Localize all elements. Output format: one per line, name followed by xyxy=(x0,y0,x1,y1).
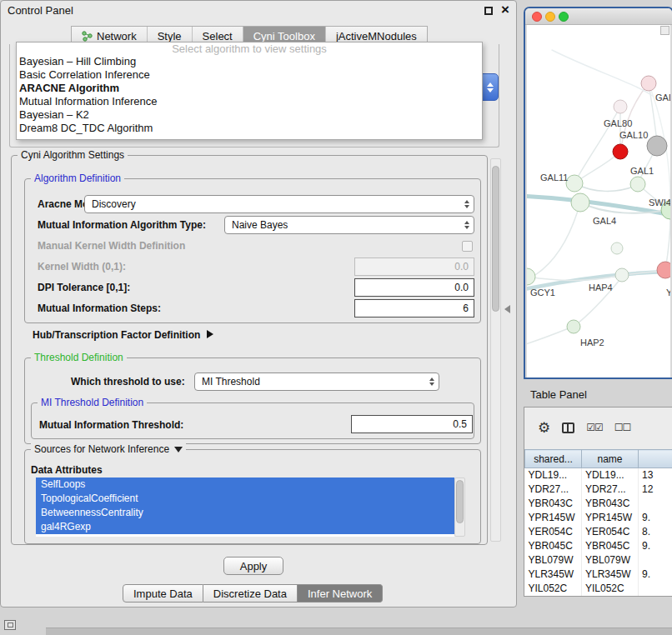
table-cell: YER054C xyxy=(525,525,582,539)
dropdown-item[interactable]: Basic Correlation Inference xyxy=(17,68,482,82)
chevron-updown-icon xyxy=(429,378,434,386)
table-row[interactable]: YBR043CYBR043C xyxy=(525,497,672,511)
table-row[interactable]: YIL052CYIL052C xyxy=(525,582,672,596)
table-cell xyxy=(639,497,672,511)
dropdown-item[interactable]: Bayesian – Hill Climbing xyxy=(17,55,482,68)
attribute-item[interactable]: SelfLoops xyxy=(36,478,454,492)
sources-toggle[interactable]: Sources for Network Inference xyxy=(31,443,186,455)
table-cell: YPR145W xyxy=(582,511,639,525)
network-node-label: GAL10 xyxy=(619,130,648,140)
tab-label: Network xyxy=(97,30,137,42)
network-edge[interactable] xyxy=(574,183,635,191)
table-row[interactable]: YBL079WYBL079W xyxy=(525,553,672,568)
tab-label: Cyni Toolbox xyxy=(253,30,315,42)
table-cell xyxy=(639,582,672,596)
network-node[interactable] xyxy=(566,175,583,192)
table-row[interactable]: YDL19...YDL19...13 xyxy=(525,468,672,482)
table-row[interactable]: YDR27...YDR27...12 xyxy=(525,482,672,497)
deselect-all-icon[interactable]: ☐☐ xyxy=(614,422,631,433)
manual-kernel-checkbox[interactable] xyxy=(462,241,473,252)
attribute-list-scrollbar[interactable] xyxy=(454,478,465,537)
dpi-tolerance-label: DPI Tolerance [0,1]: xyxy=(38,282,130,293)
network-node[interactable] xyxy=(613,144,628,159)
aracne-mode-combobox[interactable]: Discovery xyxy=(84,195,474,213)
attribute-item[interactable]: BetweennessCentrality xyxy=(36,506,454,520)
apply-button[interactable]: Apply xyxy=(223,557,283,575)
mi-threshold-field[interactable]: 0.5 xyxy=(351,415,473,433)
tab-discretize-data[interactable]: Discretize Data xyxy=(203,584,298,602)
table-cell: YBR043C xyxy=(582,497,639,511)
dpi-tolerance-field[interactable]: 0.0 xyxy=(354,278,474,297)
network-node-label: GAL1 xyxy=(630,166,654,176)
kernel-width-field[interactable]: 0.0 xyxy=(354,258,474,276)
dropdown-item[interactable]: Bayesian – K2 xyxy=(17,108,482,122)
network-view-window: GAL80GAL10GAL11GAL1SWI4GAL4GCY1HAP4HAP2G… xyxy=(524,7,672,379)
attribute-list: SelfLoops TopologicalCoefficient Between… xyxy=(36,478,454,537)
network-node[interactable] xyxy=(614,100,627,113)
network-node[interactable] xyxy=(567,320,580,333)
close-light-icon[interactable] xyxy=(532,12,542,22)
network-node[interactable] xyxy=(571,193,589,212)
algorithm-combobox-stepper[interactable] xyxy=(482,73,499,101)
settings-scrollbar[interactable] xyxy=(490,158,501,542)
tab-impute-data[interactable]: Impute Data xyxy=(123,584,203,602)
zoom-light-icon[interactable] xyxy=(559,12,569,22)
network-edge[interactable] xyxy=(552,50,654,97)
network-edge[interactable] xyxy=(535,202,580,275)
network-tab-icon xyxy=(82,31,93,42)
attribute-item[interactable]: TopologicalCoefficient xyxy=(36,492,454,506)
select-all-icon[interactable]: ☑☑ xyxy=(586,422,603,433)
gear-icon[interactable]: ⚙ xyxy=(538,419,550,437)
hub-section-label: Hub/Transcription Factor Definition xyxy=(33,329,200,341)
chevron-up-icon xyxy=(487,82,494,87)
minimize-light-icon[interactable] xyxy=(545,12,555,22)
mi-steps-field[interactable]: 6 xyxy=(354,299,474,318)
table-cell: 9. xyxy=(639,568,672,582)
table-row[interactable]: YPR145WYPR145W9. xyxy=(525,511,672,525)
network-node-label: GAL4 xyxy=(593,216,616,226)
which-threshold-combobox[interactable]: MI Threshold xyxy=(194,372,439,391)
mi-type-label: Mutual Information Algorithm Type: xyxy=(38,219,206,231)
dropdown-item-selected[interactable]: ARACNE Algorithm xyxy=(17,82,482,95)
network-node[interactable] xyxy=(611,242,623,254)
dropdown-item[interactable]: Dream8 DC_TDC Algorithm xyxy=(17,122,482,135)
table-cell: YBR043C xyxy=(525,497,582,511)
mi-steps-label: Mutual Information Steps: xyxy=(38,302,161,314)
network-canvas[interactable]: GAL80GAL10GAL11GAL1SWI4GAL4GCY1HAP4HAP2G… xyxy=(527,25,670,378)
table-cell xyxy=(639,553,672,568)
restore-panel-icon[interactable] xyxy=(4,620,16,630)
network-edge[interactable] xyxy=(527,328,569,346)
close-icon[interactable]: × xyxy=(501,2,509,18)
tab-infer-network[interactable]: Infer Network xyxy=(298,584,383,602)
column-header-shared-name[interactable]: shared... xyxy=(525,450,582,468)
dropdown-item[interactable]: Mutual Information Inference xyxy=(17,95,482,108)
which-threshold-label: Which threshold to use: xyxy=(71,376,185,388)
column-header-name[interactable]: name xyxy=(582,450,639,468)
table-cell: YBL079W xyxy=(525,553,582,568)
table-row[interactable]: YBR045CYBR045C9. xyxy=(525,539,672,553)
network-node[interactable] xyxy=(647,136,667,156)
group-title: MI Threshold Definition xyxy=(38,397,147,408)
network-node[interactable] xyxy=(657,262,670,278)
network-node[interactable] xyxy=(630,177,645,192)
hub-section-toggle[interactable]: Hub/Transcription Factor Definition xyxy=(33,329,213,341)
table-row[interactable]: YER054CYER054C8. xyxy=(525,525,672,539)
table-cell: 12 xyxy=(639,482,672,497)
network-node[interactable] xyxy=(527,268,535,285)
network-window-titlebar[interactable] xyxy=(525,8,672,25)
mi-type-combobox[interactable]: Naive Bayes xyxy=(224,216,474,234)
float-window-icon[interactable] xyxy=(484,7,493,15)
network-node[interactable] xyxy=(641,76,656,91)
column-header-partial[interactable] xyxy=(639,450,672,468)
network-node[interactable] xyxy=(615,268,629,282)
combo-value: Discovery xyxy=(92,198,136,210)
table-cell: YDR27... xyxy=(582,482,639,497)
chevron-updown-icon xyxy=(464,221,469,229)
tab-label: Select xyxy=(203,30,233,42)
network-node-label: GCY1 xyxy=(530,288,555,298)
attribute-item[interactable]: gal4RGexp xyxy=(36,520,454,534)
columns-icon[interactable] xyxy=(562,422,574,433)
table-row[interactable]: YLR345WYLR345W9. xyxy=(525,568,672,582)
panel-collapse-icon[interactable] xyxy=(504,305,510,313)
table-cell: YDR27... xyxy=(525,482,582,497)
